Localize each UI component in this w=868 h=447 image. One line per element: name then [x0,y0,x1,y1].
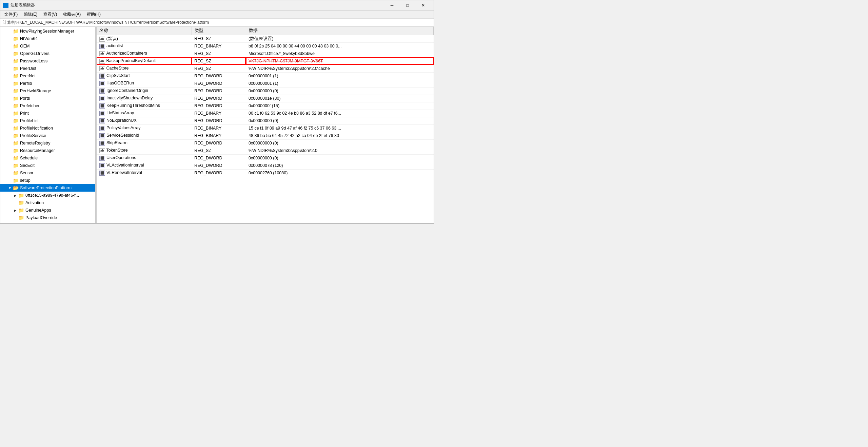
tree-label: PeerNet [20,74,36,78]
address-bar: 计算机\HKEY_LOCAL_MACHINE\SOFTWARE\Microsof… [0,19,434,27]
folder-icon: 📁 [13,155,19,161]
minimize-button[interactable]: ─ [384,0,400,11]
menu-view[interactable]: 查看(V) [41,11,60,18]
tree-item-prefetcher[interactable]: 📁 Prefetcher [0,102,95,110]
registry-type: REG_SZ [192,65,246,72]
registry-type: REG_DWORD [192,154,246,162]
table-row[interactable]: ⬛HasOOBERunREG_DWORD0x00000001 (1) [97,80,434,87]
tree-item-setup[interactable]: 📁 setup [0,177,95,184]
tree-label: OpenGLDrivers [20,51,50,56]
tree-label: 0ff1ce15-a989-479d-af46-f... [25,193,79,198]
tree-item-schedule[interactable]: 📁 Schedule [0,154,95,162]
folder-icon: 📁 [13,163,19,168]
address-text: 计算机\HKEY_LOCAL_MACHINE\SOFTWARE\Microsof… [3,20,209,25]
expand-icon [7,140,13,146]
folder-icon: 📁 [18,215,24,220]
table-row[interactable]: ⬛actionlistREG_BINARYb8 0f 2b 25 04 00 0… [97,42,434,50]
table-row[interactable]: ab(默认)REG_SZ(数值未设置) [97,35,434,42]
table-row[interactable]: ⬛SkipRearmREG_DWORD0x00000000 (0) [97,139,434,147]
tree-item-passwordless[interactable]: 📁 PasswordLess [0,57,95,65]
expand-icon [7,28,13,34]
tree-item-peernet[interactable]: 📁 PeerNet [0,72,95,80]
table-row[interactable]: ⬛KeepRunningThresholdMinsREG_DWORD0x0000… [97,102,434,110]
table-row[interactable]: ⬛ClipSvcStartREG_DWORD0x00000001 (1) [97,72,434,80]
close-button[interactable]: ✕ [415,0,431,11]
expand-icon [7,88,13,94]
expand-icon: ▶ [13,222,18,223]
expand-icon: ▶ [13,208,18,213]
table-row[interactable]: ⬛VLActivationIntervalREG_DWORD0x00000078… [97,162,434,169]
tree-item-oem[interactable]: 📁 OEM [0,42,95,50]
folder-icon: 📁 [13,81,19,86]
registry-data: 0x00000001 (1) [246,72,434,80]
tree-item-0ff1ce[interactable]: ▶ 📁 0ff1ce15-a989-479d-af46-f... [0,192,95,199]
expand-icon [7,96,13,101]
tree-item-sensor[interactable]: 📁 Sensor [0,169,95,177]
tree-item-profilelist[interactable]: 📁 ProfileList [0,117,95,124]
registry-type: REG_DWORD [192,95,246,102]
table-row[interactable]: ⬛UserOperationsREG_DWORD0x00000000 (0) [97,154,434,162]
tree-label: Prefetcher [20,103,40,108]
expand-icon: ▶ [13,193,18,198]
tree-item-plugins[interactable]: ▶ 📁 Plugins [0,221,95,223]
tree-item-nowplaying[interactable]: 📁 NowPlayingSessionManager [0,27,95,35]
registry-data: 0x00000000 (0) [246,87,434,95]
expand-icon [7,170,13,176]
tree-label: OEM [20,44,29,48]
tree-item-peerdist[interactable]: 📁 PeerDist [0,65,95,72]
table-row[interactable]: ⬛NoExpirationUXREG_DWORD0x00000000 (0) [97,117,434,124]
table-row[interactable]: ⬛IgnoreContainerOriginREG_DWORD0x0000000… [97,87,434,95]
expand-icon [7,43,13,49]
registry-data-panel[interactable]: 名称 类型 数据 ab(默认)REG_SZ(数值未设置)⬛actionlistR… [97,27,434,223]
tree-item-secedit[interactable]: 📁 SecEdit [0,162,95,169]
folder-icon: 📁 [13,111,19,116]
table-row[interactable]: ⬛LicStatusArrayREG_BINARY00 c1 f0 62 53 … [97,110,434,117]
table-row[interactable]: abTokenStoreREG_SZ%WINDIR%\System32\spp\… [97,147,434,154]
tree-label: RemoteRegistry [20,141,51,145]
registry-type: REG_SZ [192,147,246,154]
tree-item-opengl[interactable]: 📁 OpenGLDrivers [0,50,95,57]
table-row[interactable]: ⬛InactivityShutdownDelayREG_DWORD0x00000… [97,95,434,102]
tree-item-spp[interactable]: ▼ 📂 SoftwareProtectionPlatform [0,184,95,192]
maximize-button[interactable]: □ [400,0,415,11]
expand-icon [7,163,13,168]
main-content: 📁 NowPlayingSessionManager 📁 NtVdm64 📁 O… [0,27,434,223]
registry-data: 0x00000000 (0) [246,117,434,124]
registry-data: VK7JG-NPHTM-C97JM-9MPGT-3V66T [246,57,434,65]
folder-icon: 📁 [13,133,19,138]
tree-label: SoftwareProtectionPlatform [20,186,72,190]
tree-item-profilenotif[interactable]: 📁 ProfileNotification [0,124,95,132]
folder-icon: 📁 [13,73,19,79]
menu-favorites[interactable]: 收藏夹(A) [60,11,83,18]
expand-icon [7,148,13,153]
registry-tree[interactable]: 📁 NowPlayingSessionManager 📁 NtVdm64 📁 O… [0,27,95,223]
folder-icon: 📁 [13,51,19,56]
table-row[interactable]: ⬛ServiceSessionIdREG_BINARY48 86 ba 5b 6… [97,132,434,139]
registry-data: 0x0000001e (30) [246,95,434,102]
tree-item-payloadoverride[interactable]: 📁 PayloadOverride [0,214,95,221]
tree-item-perhwid[interactable]: 📁 PerHwIdStorage [0,87,95,95]
folder-icon: 📁 [18,208,24,213]
menu-edit[interactable]: 编辑(E) [21,11,40,18]
tree-item-genuineapps[interactable]: ▶ 📁 GenuineApps [0,207,95,214]
tree-item-resourcemgr[interactable]: 📁 ResourceManager [0,147,95,154]
tree-item-activation[interactable]: 📁 Activation [0,199,95,207]
expand-icon [7,125,13,131]
tree-item-profilesvc[interactable]: 📁 ProfileService [0,132,95,139]
menu-file[interactable]: 文件(F) [2,11,20,18]
tree-item-print[interactable]: 📁 Print [0,110,95,117]
tree-item-ntvdm64[interactable]: 📁 NtVdm64 [0,35,95,42]
table-row[interactable]: abAuthorizedContainersREG_SZMicrosoft.Of… [97,50,434,57]
tree-label: ProfileList [20,118,39,123]
menu-help[interactable]: 帮助(H) [84,11,103,18]
tree-item-remotereg[interactable]: 📁 RemoteRegistry [0,139,95,147]
tree-label: Sensor [20,171,34,175]
table-row[interactable]: ⬛VLRenewalIntervalREG_DWORD0x00002760 (1… [97,169,434,177]
dword-value-icon: ⬛ [99,89,105,94]
registry-data: 0x00000000 (0) [246,139,434,147]
table-row[interactable]: abBackupProductKeyDefaultREG_SZVK7JG-NPH… [97,57,434,65]
table-row[interactable]: ⬛PolicyValuesArrayREG_BINARY15 ce f1 0f … [97,124,434,132]
tree-item-perflib[interactable]: 📁 Perflib [0,80,95,87]
tree-item-ports[interactable]: 📁 Ports [0,95,95,102]
table-row[interactable]: abCacheStoreREG_SZ%WINDIR%\System32\spp\… [97,65,434,72]
